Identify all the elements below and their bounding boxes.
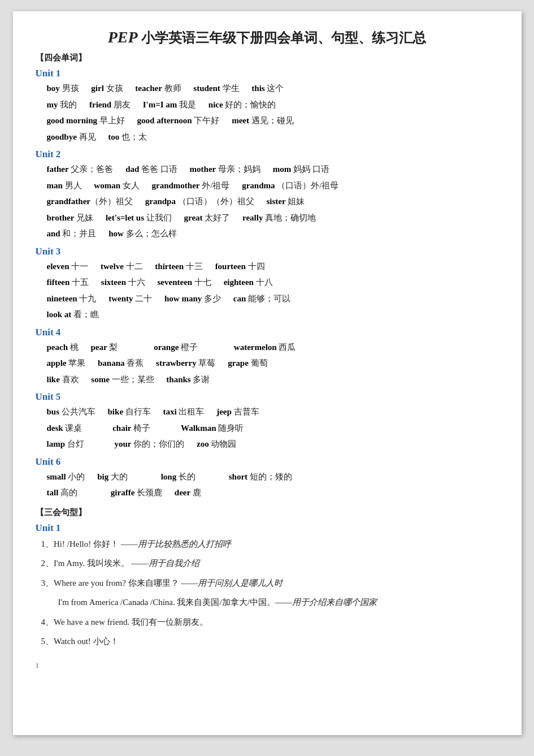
word-goodbye: goodbye 再见 bbox=[47, 132, 96, 141]
word-how-many: how many 多少 bbox=[164, 294, 221, 303]
word-short: short 短的；矮的 bbox=[229, 472, 292, 481]
word-grandma: grandma （口语）外/祖母 bbox=[242, 181, 338, 190]
word-tall: tall 高的 bbox=[47, 488, 78, 497]
word-boy: boy 男孩 bbox=[47, 84, 79, 93]
word-sister: sister 姐妹 bbox=[266, 197, 305, 206]
word-brother: brother 兄妹 bbox=[47, 213, 94, 222]
word-long: long 长的 bbox=[161, 472, 196, 481]
word-and: and 和；并且 bbox=[47, 229, 97, 238]
word-taxi: taxi 出租车 bbox=[163, 407, 205, 416]
word-sixteen: sixteen 十六 bbox=[101, 278, 145, 287]
unit4-line1: peach 桃 pear 梨 orange 橙子 watermelon 西瓜 bbox=[47, 340, 499, 355]
word-father: father 父亲；爸爸 bbox=[47, 165, 114, 174]
word-orange: orange 橙子 bbox=[154, 343, 198, 352]
sentence-3-text: 3、Where are you from? 你来自哪里？ ——用于问别人是哪儿人… bbox=[41, 578, 283, 587]
word-eighteen: eighteen 十八 bbox=[224, 278, 273, 287]
word-teacher: teacher 教师 bbox=[135, 84, 181, 93]
word-nineteen: nineteen 十九 bbox=[47, 294, 97, 303]
word-grandpa: grandpa （口语）（外）祖父 bbox=[145, 197, 254, 206]
unit-title-6: Unit 6 bbox=[36, 456, 499, 468]
page: PEP 小学英语三年级下册四会单词、句型、练习汇总 【四会单词】 Unit 1 … bbox=[13, 11, 522, 735]
unit1-line1: boy 男孩 girl 女孩 teacher 教师 student 学生 thi… bbox=[47, 81, 499, 96]
word-twelve: twelve 十二 bbox=[101, 262, 143, 271]
word-woman: woman 女人 bbox=[94, 181, 139, 190]
section2-header: 【三会句型】 bbox=[36, 507, 499, 518]
page-number: 1 bbox=[36, 661, 499, 670]
word-im: I'm=I am 我是 bbox=[143, 100, 196, 109]
unit3-line2: fifteen 十五 sixteen 十六 seventeen 十七 eight… bbox=[47, 275, 499, 290]
word-really: really 真地；确切地 bbox=[242, 213, 316, 222]
unit1-line2: my 我的 friend 朋友 I'm=I am 我是 nice 好的；愉快的 bbox=[47, 98, 499, 113]
word-eleven: eleven 十一 bbox=[47, 262, 89, 271]
word-big: big 大的 bbox=[97, 472, 128, 481]
word-good-morning: good morning 早上好 bbox=[47, 116, 125, 125]
word-fourteen: fourteen 十四 bbox=[215, 262, 265, 271]
word-banana: banana 香蕉 bbox=[98, 358, 144, 368]
sentence-3-sub-text: I'm from America /Canada /China. 我来自美国/加… bbox=[58, 598, 377, 607]
unit3-line4: look at 看；瞧 bbox=[47, 308, 499, 322]
word-great: great 太好了 bbox=[184, 213, 231, 222]
word-bus: bus 公共汽车 bbox=[47, 407, 95, 416]
sentence-4-text: 4、We have a new friend. 我们有一位新朋友。 bbox=[41, 617, 208, 627]
unit-title-5: Unit 5 bbox=[36, 391, 499, 403]
unit4-line2: apple 苹果 banana 香蕉 strawberry 草莓 grape 葡… bbox=[47, 356, 499, 371]
word-jeep: jeep 吉普车 bbox=[216, 407, 259, 416]
page-title: PEP 小学英语三年级下册四会单词、句型、练习汇总 bbox=[36, 28, 499, 47]
word-strawberry: strawberry 草莓 bbox=[156, 358, 215, 368]
word-grape: grape 葡萄 bbox=[228, 358, 267, 368]
word-peach: peach 桃 bbox=[47, 343, 79, 352]
word-thanks: thanks 多谢 bbox=[166, 375, 210, 384]
word-nice: nice 好的；愉快的 bbox=[209, 100, 276, 109]
unit5-line3: lamp 台灯 your 你的；你们的 zoo 动物园 bbox=[47, 437, 499, 452]
sentence-4: 4、We have a new friend. 我们有一位新朋友。 bbox=[41, 614, 499, 630]
sentence-2: 2、I'm Amy. 我叫埃米。 ——用于自我介绍 bbox=[41, 555, 499, 572]
unit6-line2: tall 高的 giraffe 长颈鹿 deer 鹿 bbox=[47, 486, 499, 500]
unit4-line3: like 喜欢 some 一些；某些 thanks 多谢 bbox=[47, 373, 499, 387]
word-can: can 能够；可以 bbox=[233, 294, 290, 303]
unit2-line1: father 父亲；爸爸 dad 爸爸 口语 mother 母亲；妈妈 mom … bbox=[47, 162, 499, 177]
unit1-line4: goodbye 再见 too 也；太 bbox=[47, 130, 499, 145]
word-seventeen: seventeen 十七 bbox=[157, 278, 211, 287]
word-your: your 你的；你们的 bbox=[115, 439, 185, 448]
unit2-line2: man 男人 woman 女人 grandmother 外/祖母 grandma… bbox=[47, 179, 499, 193]
word-bike: bike 自行车 bbox=[108, 407, 151, 416]
title-rest: 小学英语三年级下册四会单词、句型、练习汇总 bbox=[138, 30, 427, 45]
unit-title-4: Unit 4 bbox=[36, 327, 499, 338]
word-too: too 也；太 bbox=[108, 132, 147, 141]
unit3-line3: nineteen 十九 twenty 二十 how many 多少 can 能够… bbox=[47, 292, 499, 306]
word-chair: chair 椅子 bbox=[112, 424, 150, 433]
sentence-5: 5、Watch out! 小心！ bbox=[41, 633, 499, 650]
word-meet: meet 遇见；碰见 bbox=[232, 116, 294, 125]
word-mother: mother 母亲；妈妈 bbox=[190, 165, 261, 174]
sentence-3: 3、Where are you from? 你来自哪里？ ——用于问别人是哪儿人… bbox=[41, 575, 499, 591]
word-watermelon: watermelon 西瓜 bbox=[234, 343, 296, 352]
word-apple: apple 苹果 bbox=[47, 358, 86, 368]
word-zoo: zoo 动物园 bbox=[197, 439, 236, 448]
unit-sentences-title-1: Unit 1 bbox=[36, 522, 499, 534]
word-twenty: twenty 二十 bbox=[108, 294, 152, 303]
word-student: student 学生 bbox=[193, 84, 239, 93]
section1-header: 【四会单词】 bbox=[36, 53, 499, 63]
word-man: man 男人 bbox=[47, 181, 82, 190]
word-how: how 多么；怎么样 bbox=[108, 229, 176, 238]
word-dad: dad 爸爸 口语 bbox=[125, 165, 177, 174]
unit-title-2: Unit 2 bbox=[36, 149, 499, 160]
word-lets: let's=let us 让我们 bbox=[106, 213, 172, 222]
word-walkman: Walkman 随身听 bbox=[181, 424, 244, 433]
word-like: like 喜欢 bbox=[47, 375, 79, 384]
word-friend: friend 朋友 bbox=[89, 100, 131, 109]
unit2-line5: and 和；并且 how 多么；怎么样 bbox=[47, 227, 499, 241]
unit1-line3: good morning 早上好 good afternoon 下午好 meet… bbox=[47, 114, 499, 128]
word-this: this 这个 bbox=[251, 84, 284, 93]
sentence-2-text: 2、I'm Amy. 我叫埃米。 ——用于自我介绍 bbox=[41, 559, 199, 568]
word-fifteen: fifteen 十五 bbox=[47, 278, 89, 287]
word-grandfather: grandfather（外）祖父 bbox=[47, 197, 133, 206]
word-grandmother: grandmother 外/祖母 bbox=[152, 181, 230, 190]
word-deer: deer 鹿 bbox=[175, 488, 201, 497]
word-desk: desk 课桌 bbox=[47, 424, 83, 433]
word-lamp: lamp 台灯 bbox=[47, 439, 84, 448]
title-pep: PEP bbox=[108, 28, 138, 46]
word-mom: mom 妈妈 口语 bbox=[273, 165, 329, 174]
word-good-afternoon: good afternoon 下午好 bbox=[137, 116, 220, 125]
sentence-1: 1、Hi! /Hello! 你好！ ——用于比较熟悉的人打招呼 bbox=[41, 536, 499, 552]
